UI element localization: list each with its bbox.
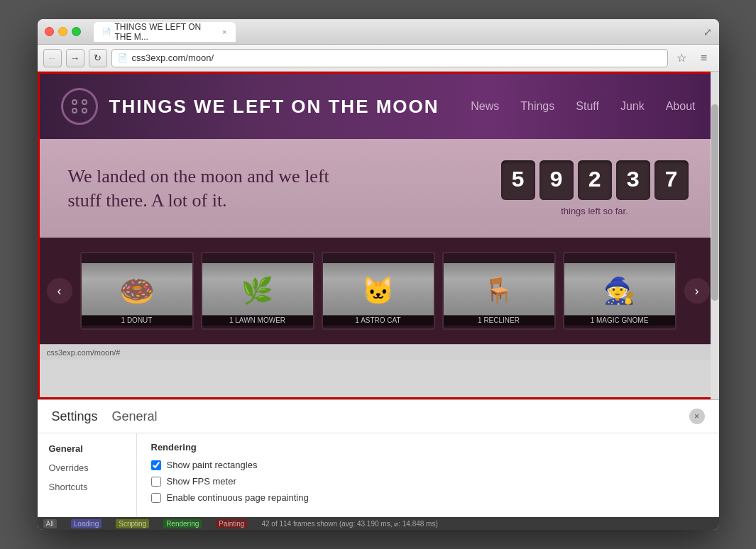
close-button[interactable] (45, 27, 54, 36)
scrollbar-thumb[interactable] (711, 104, 718, 301)
reload-button[interactable]: ↻ (89, 49, 107, 67)
minimize-button[interactable] (58, 27, 67, 36)
scrollbar[interactable] (711, 72, 719, 399)
nav-about[interactable]: About (666, 100, 696, 113)
hero-text: We landed on the moon and we left stuff … (68, 165, 352, 213)
item-label-cat: 1 ASTRO CAT (323, 315, 434, 326)
title-bar: 📄 THINGS WE LEFT ON THE M... × ⤢ (38, 19, 719, 45)
gallery-item-recliner[interactable]: 🪑 1 RECLINER (442, 252, 556, 330)
page-icon: 📄 (102, 28, 111, 35)
gallery-item-mower[interactable]: 🌿 1 LAWN MOWER (201, 252, 314, 330)
forward-button[interactable]: → (66, 49, 84, 67)
address-text: css3exp.com/moon/ (132, 52, 214, 63)
paint-rectangles-checkbox[interactable] (151, 460, 161, 470)
nav-stuff[interactable]: Stuff (576, 100, 599, 113)
tab-close-button[interactable]: × (222, 28, 226, 36)
webpage: THINGS WE LEFT ON THE MOON News Things S… (38, 72, 719, 399)
back-button[interactable]: ← (43, 49, 62, 67)
item-label-donut: 1 DONUT (82, 315, 192, 326)
menu-button[interactable]: ≡ (695, 49, 713, 67)
debug-tag-scripting[interactable]: Scripting (116, 519, 149, 528)
item-label-recliner: 1 RECLINER (444, 315, 554, 326)
nav-news[interactable]: News (471, 100, 499, 113)
counter-digit-1: 9 (539, 160, 574, 200)
nav-things[interactable]: Things (520, 100, 554, 113)
site-title: THINGS WE LEFT ON THE MOON (109, 96, 439, 118)
site-nav: News Things Stuff Junk About (471, 100, 695, 113)
checkbox-fps-meter[interactable]: Show FPS meter (151, 476, 705, 487)
settings-sidebar: General Overrides Shortcuts (38, 433, 137, 517)
site-header: THINGS WE LEFT ON THE MOON News Things S… (40, 74, 717, 139)
settings-sidebar-general[interactable]: General (49, 442, 125, 455)
fps-meter-label: Show FPS meter (167, 476, 236, 487)
debug-tag-all[interactable]: All (43, 519, 57, 528)
gallery-prev-button[interactable]: ‹ (47, 278, 72, 304)
maximize-button[interactable] (72, 27, 81, 36)
settings-header: Settings General × (38, 400, 719, 433)
continuous-repainting-checkbox[interactable] (151, 493, 161, 503)
donut-icon: 🍩 (119, 274, 155, 308)
counter-section: 5 9 2 3 7 things left so far. (501, 160, 689, 216)
address-bar[interactable]: 📄 css3exp.com/moon/ (111, 49, 668, 67)
gallery-item-donut[interactable]: 🍩 1 DONUT (80, 252, 194, 330)
tab-bar: 📄 THINGS WE LEFT ON THE M... × (94, 22, 698, 42)
counter-digit-0: 5 (501, 160, 535, 200)
logo-icon (61, 88, 98, 125)
counter-label: things left so far. (561, 206, 628, 216)
expand-button[interactable]: ⤢ (703, 26, 712, 38)
paint-rectangles-label: Show paint rectangles (167, 460, 258, 470)
browser-window: 📄 THINGS WE LEFT ON THE M... × ⤢ ← → ↻ 📄… (38, 19, 719, 530)
nav-junk[interactable]: Junk (620, 100, 645, 113)
gallery-item-cat[interactable]: 🐱 1 ASTRO CAT (322, 252, 435, 330)
settings-body: General Overrides Shortcuts Rendering Sh… (38, 433, 719, 517)
item-label-mower: 1 LAWN MOWER (202, 315, 313, 326)
settings-content: Rendering Show paint rectangles Show FPS… (137, 433, 719, 517)
logo-dot (82, 108, 87, 113)
fps-meter-checkbox[interactable] (151, 477, 161, 487)
settings-sidebar-shortcuts[interactable]: Shortcuts (49, 480, 125, 494)
settings-general-heading: General (112, 409, 158, 424)
recliner-icon: 🪑 (483, 276, 515, 306)
gallery-section: ‹ 🍩 1 DONUT 🌿 1 LAWN MOWER 🐱 (40, 238, 717, 344)
gnome-icon: 🧙 (603, 276, 635, 306)
gallery-item-gnome[interactable]: 🧙 1 MAGIC GNOME (563, 252, 676, 330)
logo-dot (72, 99, 77, 105)
continuous-repainting-label: Enable continuous page repainting (167, 492, 309, 503)
settings-panel-title: Settings (52, 409, 98, 424)
site-logo: THINGS WE LEFT ON THE MOON (61, 88, 439, 125)
gallery-items: 🍩 1 DONUT 🌿 1 LAWN MOWER 🐱 1 ASTRO CAT (78, 252, 679, 330)
logo-dot (82, 99, 87, 105)
cat-icon: 🐱 (361, 275, 395, 306)
mower-icon: 🌿 (241, 276, 273, 306)
tab-title: THINGS WE LEFT ON THE M... (115, 22, 216, 42)
checkbox-continuous-repainting[interactable]: Enable continuous page repainting (151, 492, 705, 503)
settings-sidebar-overrides[interactable]: Overrides (49, 461, 125, 475)
traffic-lights (45, 27, 81, 36)
debug-info: 42 of 114 frames shown (avg: 43.190 ms, … (261, 520, 437, 528)
counter-digits: 5 9 2 3 7 (501, 160, 689, 200)
webpage-inner: THINGS WE LEFT ON THE MOON News Things S… (38, 72, 719, 399)
status-bar: css3exp.com/moon/# (40, 344, 717, 360)
rendering-section-title: Rendering (151, 442, 705, 453)
counter-digit-4: 7 (654, 160, 689, 200)
nav-bar: ← → ↻ 📄 css3exp.com/moon/ ☆ ≡ (38, 45, 719, 72)
debug-tag-rendering[interactable]: Rendering (163, 519, 202, 528)
debug-tag-painting[interactable]: Painting (216, 519, 247, 528)
active-tab[interactable]: 📄 THINGS WE LEFT ON THE M... × (94, 22, 236, 42)
status-url: css3exp.com/moon/# (47, 348, 121, 357)
item-label-gnome: 1 MAGIC GNOME (564, 315, 675, 326)
counter-digit-2: 2 (578, 160, 612, 200)
debug-bar: All Loading Scripting Rendering Painting… (38, 517, 719, 530)
settings-close-button[interactable]: × (689, 409, 705, 424)
logo-dot (72, 108, 77, 113)
bookmark-button[interactable]: ☆ (672, 49, 691, 67)
checkbox-paint-rectangles[interactable]: Show paint rectangles (151, 460, 705, 470)
counter-digit-3: 3 (616, 160, 650, 200)
hero-section: We landed on the moon and we left stuff … (40, 139, 717, 238)
settings-panel: Settings General × General Overrides Sho… (38, 399, 719, 517)
debug-tag-loading[interactable]: Loading (71, 519, 102, 528)
logo-dots (72, 99, 87, 113)
gallery-next-button[interactable]: › (684, 278, 710, 304)
page-icon: 📄 (118, 53, 128, 62)
